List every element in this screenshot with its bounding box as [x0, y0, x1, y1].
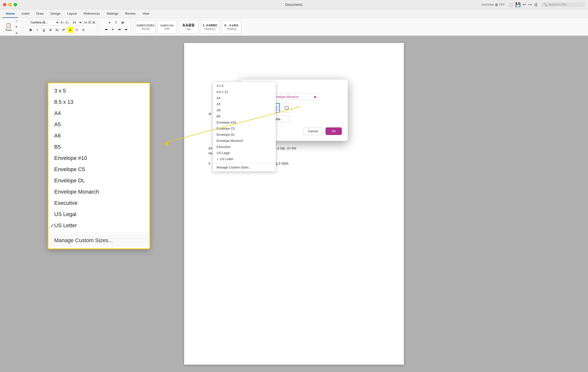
paper-large-a6[interactable]: A6 — [48, 130, 149, 141]
style-heading1-preview: 1. AABBC — [203, 23, 218, 27]
cancel-button[interactable]: Cancel — [303, 127, 323, 135]
style-date[interactable]: AaBbCcDd Date — [157, 20, 177, 34]
paper-size-select[interactable]: Envelope Monarch ▶ — [270, 93, 319, 100]
paper-size-85x13-small[interactable]: 8.5 x 13 — [213, 89, 276, 95]
paper-large-usletter[interactable]: US Letter — [48, 220, 149, 231]
style-title-label: Title — [186, 28, 191, 31]
sidebar-toggle-icon[interactable]: ⬜ — [508, 2, 513, 7]
search-icon: 🔍 — [544, 3, 547, 6]
paper-large-executive[interactable]: Executive — [48, 197, 149, 209]
window-title: Document1 — [285, 3, 303, 7]
paper-large-uslegal[interactable]: US Legal — [48, 209, 149, 220]
paper-size-executive-small[interactable]: Executive — [213, 144, 276, 150]
highlight-button[interactable]: A — [67, 27, 73, 33]
paper-large-a4[interactable]: A4 — [48, 108, 149, 119]
landscape-button[interactable]: 🖵 — [282, 103, 292, 113]
tab-references[interactable]: References — [80, 10, 103, 18]
maximize-button[interactable] — [14, 3, 17, 6]
manage-custom-large[interactable]: Manage Custom Sizes... — [48, 234, 149, 247]
paper-large-3x5[interactable]: 3 x 5 — [48, 85, 149, 96]
bullets-button[interactable]: ≡ — [107, 20, 113, 25]
text-effects-button[interactable]: A — [81, 27, 86, 33]
paper-size-dropdown-large: 3 x 5 8.5 x 13 A4 A5 A6 B5 Envelope #10 … — [48, 83, 150, 249]
style-heading2-preview: A. AaBb — [224, 24, 239, 27]
align-left-button[interactable]: ⬅ — [103, 26, 109, 32]
paper-large-a5[interactable]: A5 — [48, 119, 149, 130]
font-formatting-row: B I U S X₂ X² A A A — [28, 26, 86, 33]
style-date-preview: AaBbCcDd — [160, 24, 174, 27]
redo-icon[interactable]: ↪ — [528, 2, 532, 7]
font-case-button[interactable]: Aa — [84, 21, 87, 24]
font-size-select[interactable]: 14 — [70, 20, 83, 25]
style-normal[interactable]: AaBbCcDdEe Normal — [136, 20, 155, 34]
format-painter-button[interactable]: 🖌 — [14, 30, 20, 35]
italic-button[interactable]: I — [34, 27, 40, 33]
paper-size-envdl-small[interactable]: Envelope DL — [213, 132, 276, 138]
tab-review[interactable]: Review — [122, 10, 139, 18]
paper-size-a5-small[interactable]: A5 — [213, 101, 276, 107]
search-bar[interactable]: 🔍 Search in Doc... — [541, 2, 585, 7]
connector-dot — [165, 142, 168, 145]
multilevel-list-button[interactable]: ⊞ — [120, 20, 126, 25]
minimize-button[interactable] — [8, 3, 12, 6]
copy-button[interactable]: ⧉ — [14, 24, 20, 29]
paper-size-a4-small[interactable]: A4 — [213, 95, 276, 101]
align-right-button[interactable]: ➡ — [116, 26, 122, 32]
paper-size-envmonarch-small[interactable]: Envelope Monarch — [213, 138, 276, 144]
font-color-button[interactable]: A — [74, 27, 80, 33]
increase-font-icon[interactable]: A↑ — [61, 21, 64, 24]
title-bar: Document1 AutoSave ⬤ OFF ⬜ 💾 ↩ ↪ 🖨 🔍 Sea… — [0, 0, 588, 9]
paste-button[interactable]: 📋 Paste — [4, 21, 13, 32]
paper-large-envdl[interactable]: Envelope DL — [48, 175, 149, 186]
paper-large-85x13[interactable]: 8.5 x 13 — [48, 96, 149, 108]
numbering-button[interactable]: ⒈ — [113, 20, 119, 25]
paper-size-b5-small[interactable]: B5 — [213, 113, 276, 119]
paper-size-env10-small[interactable]: Envelope #10 — [213, 119, 276, 125]
justify-button[interactable]: ⬌ — [123, 26, 129, 32]
decrease-font-icon[interactable]: A↓ — [65, 21, 69, 24]
paper-size-usletter-small[interactable]: US Letter — [213, 156, 276, 162]
paper-size-3x5-small[interactable]: 3 x 5 — [213, 83, 276, 89]
style-title[interactable]: AABB Title — [179, 20, 198, 34]
manage-custom-small[interactable]: Manage Custom Sizes... — [213, 164, 276, 170]
text-format-a-button[interactable]: A — [93, 21, 95, 24]
style-heading1[interactable]: 1. AABBC Heading 1 — [200, 20, 220, 34]
style-heading2[interactable]: A. AaBb Heading — [222, 20, 241, 34]
underline-button[interactable]: U — [41, 27, 47, 33]
save-icon[interactable]: 💾 — [515, 2, 521, 7]
autosave-indicator: AutoSave ⬤ OFF — [481, 3, 505, 6]
tab-home[interactable]: Home — [2, 10, 18, 18]
bold-button[interactable]: B — [28, 27, 34, 33]
copy-icon: ⧉ — [16, 25, 17, 28]
undo-icon[interactable]: ↩ — [523, 2, 526, 7]
close-button[interactable] — [3, 3, 6, 6]
paper-size-dropdown-small: 3 x 5 8.5 x 13 A4 A5 A6 B5 Envelope #10 … — [212, 82, 276, 172]
paste-icon: 📋 — [5, 22, 11, 28]
tab-design[interactable]: Design — [47, 10, 64, 18]
tab-draw[interactable]: Draw — [33, 10, 47, 18]
subscript-button[interactable]: X₂ — [54, 27, 60, 33]
paper-large-envc5[interactable]: Envelope C5 — [48, 164, 149, 175]
paper-large-env10[interactable]: Envelope #10 — [48, 153, 149, 164]
paper-large-envmonarch[interactable]: Envelope Monarch — [48, 186, 149, 197]
style-normal-label: Normal — [142, 28, 149, 30]
align-center-button[interactable]: ≡ — [110, 26, 116, 32]
tab-view[interactable]: View — [139, 10, 153, 18]
paper-large-b5[interactable]: B5 — [48, 141, 149, 153]
paper-size-envc5-small[interactable]: Envelope C5 — [213, 125, 276, 132]
ok-button[interactable]: OK — [326, 127, 342, 135]
superscript-button[interactable]: X² — [61, 27, 67, 33]
strikethrough-button[interactable]: S — [48, 27, 53, 33]
print-icon[interactable]: 🖨 — [534, 2, 538, 7]
tab-insert[interactable]: Insert — [18, 10, 33, 18]
chevron-icon: ▶ — [314, 95, 317, 99]
tab-mailings[interactable]: Mailings — [103, 10, 122, 18]
clear-format-button[interactable]: ⌧ — [88, 21, 92, 24]
font-selector-row: Cambria (B... A↑ A↓ 14 Aa ⌧ A — [28, 20, 95, 25]
paper-size-uslegal-small[interactable]: US Legal — [213, 150, 276, 156]
font-name-select[interactable]: Cambria (B... — [28, 20, 60, 25]
tab-layout[interactable]: Layout — [64, 10, 80, 18]
paper-size-a6-small[interactable]: A6 — [213, 107, 276, 113]
cut-button[interactable]: ✂ — [14, 19, 20, 23]
cut-icon: ✂ — [16, 20, 18, 22]
